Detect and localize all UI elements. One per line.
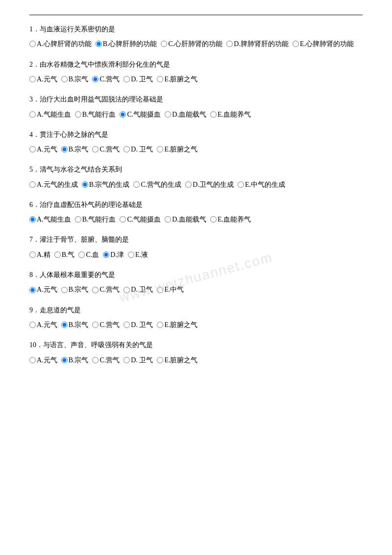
option-6-0[interactable]: A.气能生血 bbox=[29, 213, 71, 226]
radio-1-2[interactable] bbox=[161, 41, 167, 47]
radio-8-2[interactable] bbox=[92, 287, 98, 293]
radio-6-0[interactable] bbox=[29, 216, 36, 223]
option-2-4[interactable]: E.脏腑之气 bbox=[157, 73, 197, 85]
radio-4-4[interactable] bbox=[157, 146, 163, 152]
option-3-4[interactable]: E.血能养气 bbox=[210, 108, 251, 121]
option-8-0[interactable]: A.元气 bbox=[29, 283, 57, 296]
option-4-3[interactable]: D. 卫气 bbox=[123, 143, 153, 155]
radio-3-2[interactable] bbox=[120, 111, 126, 118]
radio-4-1[interactable] bbox=[61, 146, 68, 152]
radio-10-3[interactable] bbox=[123, 357, 130, 363]
option-7-0[interactable]: A.精 bbox=[29, 249, 50, 261]
option-6-4[interactable]: E.血能养气 bbox=[210, 213, 251, 226]
radio-2-2[interactable] bbox=[92, 76, 98, 82]
radio-7-4[interactable] bbox=[128, 252, 134, 258]
option-10-3[interactable]: D. 卫气 bbox=[123, 354, 153, 366]
radio-9-1[interactable] bbox=[61, 322, 68, 328]
option-3-0[interactable]: A.气能生血 bbox=[29, 108, 71, 121]
option-1-1[interactable]: B.心脾肝肺的功能 bbox=[96, 38, 157, 50]
option-7-1[interactable]: B.气 bbox=[54, 249, 75, 261]
option-4-1[interactable]: B.宗气 bbox=[61, 143, 89, 155]
radio-1-4[interactable] bbox=[293, 41, 299, 47]
option-5-3[interactable]: D.卫气的生成 bbox=[185, 178, 234, 191]
radio-5-3[interactable] bbox=[185, 181, 192, 188]
option-5-4[interactable]: E.中气的生成 bbox=[238, 178, 285, 191]
radio-3-3[interactable] bbox=[165, 111, 171, 118]
option-2-3[interactable]: D. 卫气 bbox=[123, 73, 153, 85]
radio-1-0[interactable] bbox=[29, 41, 36, 47]
radio-5-4[interactable] bbox=[238, 181, 244, 188]
radio-7-2[interactable] bbox=[78, 252, 85, 258]
radio-5-0[interactable] bbox=[29, 181, 36, 188]
option-7-2[interactable]: C.血 bbox=[78, 249, 99, 261]
option-10-1[interactable]: B.宗气 bbox=[61, 354, 89, 366]
radio-10-2[interactable] bbox=[92, 357, 98, 363]
option-7-3[interactable]: D.津 bbox=[103, 249, 124, 261]
radio-2-3[interactable] bbox=[123, 76, 130, 82]
radio-6-1[interactable] bbox=[75, 216, 81, 223]
option-1-4[interactable]: E.心脾肺肾的功能 bbox=[293, 38, 354, 50]
option-1-2[interactable]: C.心肝肺肾的功能 bbox=[161, 38, 222, 50]
radio-10-0[interactable] bbox=[29, 357, 36, 363]
radio-9-3[interactable] bbox=[123, 322, 130, 328]
radio-9-0[interactable] bbox=[29, 322, 36, 328]
radio-7-1[interactable] bbox=[54, 252, 61, 258]
radio-7-3[interactable] bbox=[103, 252, 109, 258]
radio-5-2[interactable] bbox=[133, 181, 140, 188]
option-4-2[interactable]: C.营气 bbox=[92, 143, 120, 155]
option-9-4[interactable]: E.脏腑之气 bbox=[157, 319, 197, 331]
radio-7-0[interactable] bbox=[29, 252, 36, 258]
option-1-0[interactable]: A.心脾肝肾的功能 bbox=[29, 38, 92, 50]
option-4-4[interactable]: E.脏腑之气 bbox=[157, 143, 197, 155]
option-7-4[interactable]: E.液 bbox=[128, 249, 148, 261]
option-3-2[interactable]: C.气能摄血 bbox=[120, 108, 161, 121]
radio-8-3[interactable] bbox=[123, 287, 130, 293]
option-9-0[interactable]: A.元气 bbox=[29, 319, 57, 331]
radio-4-0[interactable] bbox=[29, 146, 36, 152]
option-1-3[interactable]: D.脾肺肾肝的功能 bbox=[226, 38, 289, 50]
radio-5-1[interactable] bbox=[82, 181, 88, 188]
radio-2-4[interactable] bbox=[157, 76, 163, 82]
radio-8-4[interactable] bbox=[157, 287, 163, 293]
option-9-3[interactable]: D. 卫气 bbox=[123, 319, 153, 331]
radio-3-4[interactable] bbox=[210, 111, 217, 118]
option-2-1[interactable]: B.宗气 bbox=[61, 73, 89, 85]
option-9-2[interactable]: C.营气 bbox=[92, 319, 120, 331]
option-8-2[interactable]: C.营气 bbox=[92, 283, 120, 296]
radio-1-3[interactable] bbox=[226, 41, 233, 47]
option-8-1[interactable]: B.宗气 bbox=[61, 283, 89, 296]
option-10-0[interactable]: A.元气 bbox=[29, 354, 57, 366]
radio-3-0[interactable] bbox=[29, 111, 36, 118]
option-9-1[interactable]: B.宗气 bbox=[61, 319, 89, 331]
option-4-0[interactable]: A.元气 bbox=[29, 143, 57, 155]
radio-3-1[interactable] bbox=[75, 111, 81, 118]
radio-4-2[interactable] bbox=[92, 146, 98, 152]
option-5-1[interactable]: B.宗气的生成 bbox=[82, 178, 130, 191]
radio-6-3[interactable] bbox=[165, 216, 171, 223]
option-5-2[interactable]: C.营气的生成 bbox=[133, 178, 181, 191]
option-10-2[interactable]: C.营气 bbox=[92, 354, 120, 366]
option-6-3[interactable]: D.血能载气 bbox=[165, 213, 206, 226]
option-8-4[interactable]: E.中气 bbox=[157, 283, 184, 296]
radio-9-2[interactable] bbox=[92, 322, 98, 328]
option-5-0[interactable]: A.元气的生成 bbox=[29, 178, 78, 191]
radio-6-4[interactable] bbox=[210, 216, 217, 223]
radio-2-1[interactable] bbox=[61, 76, 68, 82]
option-10-4[interactable]: E.脏腑之气 bbox=[157, 354, 197, 366]
radio-10-4[interactable] bbox=[157, 357, 163, 363]
option-6-2[interactable]: C.气能摄血 bbox=[120, 213, 161, 226]
radio-10-1[interactable] bbox=[61, 357, 68, 363]
radio-4-3[interactable] bbox=[123, 146, 130, 152]
option-2-2[interactable]: C.营气 bbox=[92, 73, 120, 85]
option-6-1[interactable]: B.气能行血 bbox=[75, 213, 116, 226]
option-3-1[interactable]: B.气能行血 bbox=[75, 108, 116, 121]
radio-8-1[interactable] bbox=[61, 287, 68, 293]
radio-2-0[interactable] bbox=[29, 76, 36, 82]
option-3-3[interactable]: D.血能载气 bbox=[165, 108, 206, 121]
radio-6-2[interactable] bbox=[120, 216, 126, 223]
option-2-0[interactable]: A.元气 bbox=[29, 73, 57, 85]
radio-9-4[interactable] bbox=[157, 322, 163, 328]
radio-1-1[interactable] bbox=[96, 41, 102, 47]
option-8-3[interactable]: D. 卫气 bbox=[123, 283, 153, 296]
radio-8-0[interactable] bbox=[29, 287, 36, 293]
